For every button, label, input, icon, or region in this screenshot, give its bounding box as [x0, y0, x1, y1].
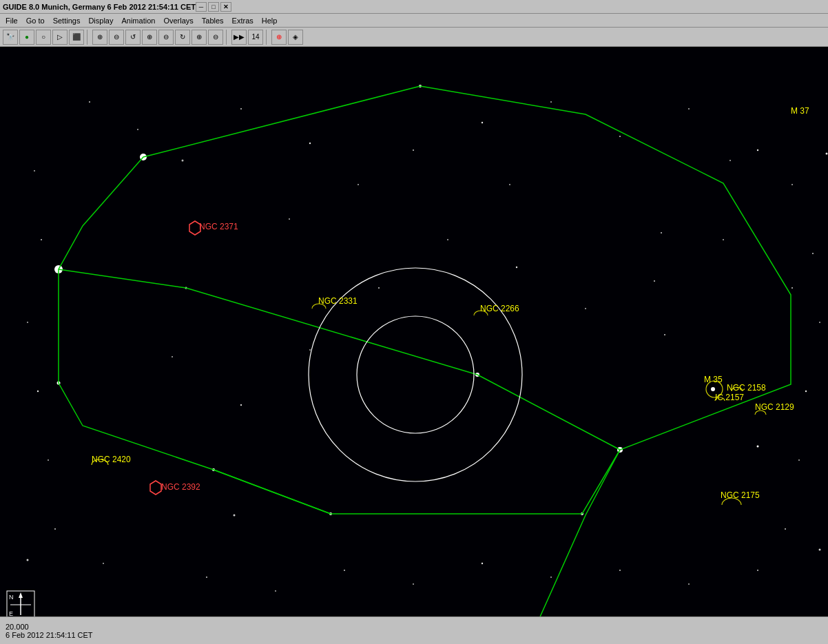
svg-point-12 [711, 387, 715, 391]
menu-overlays[interactable]: Overlays [159, 16, 197, 25]
svg-point-26 [812, 253, 814, 254]
svg-point-63 [182, 160, 184, 162]
toolbar-btn-2[interactable]: ● [19, 30, 34, 45]
svg-point-21 [550, 101, 552, 103]
ngc2371-label: NGC 2371 [199, 222, 238, 231]
svg-point-53 [585, 308, 586, 309]
svg-point-58 [289, 218, 290, 220]
ngc2175-label: NGC 2175 [721, 490, 760, 500]
toolbar-btn-11[interactable]: ↻ [175, 30, 190, 45]
toolbar-btn-7[interactable]: ⊖ [109, 30, 124, 45]
svg-rect-0 [0, 47, 828, 616]
svg-point-29 [798, 459, 800, 461]
svg-point-32 [41, 239, 42, 240]
toolbar-btn-5[interactable]: ⬛ [69, 30, 84, 45]
zoom-level: 20.000 [6, 623, 822, 631]
svg-point-41 [413, 583, 414, 585]
minimize-button[interactable]: ─ [196, 2, 207, 12]
svg-point-52 [516, 267, 517, 268]
toolbar-btn-3[interactable]: ○ [36, 30, 51, 45]
toolbar: 🔭 ● ○ ▷ ⬛ ⊕ ⊖ ↺ ⊕ ⊖ ↻ ⊕ ⊖ ▶▶ 14 ⊕ ◈ [0, 28, 828, 47]
menu-help[interactable]: Help [258, 16, 282, 25]
svg-point-13 [757, 446, 759, 448]
svg-point-23 [688, 108, 690, 110]
toolbar-btn-6[interactable]: ⊕ [92, 30, 107, 45]
svg-point-49 [309, 349, 311, 351]
svg-point-39 [275, 590, 276, 592]
status-bar: 20.000 6 Feb 2012 21:54:11 CET [0, 616, 828, 644]
sky-canvas[interactable]: M 37 NGC 2371 NGC 2331 NGC 2266 M 35 NGC… [0, 47, 828, 616]
toolbar-sep-3 [266, 30, 269, 45]
svg-point-45 [688, 583, 690, 585]
title-bar-controls: ─ □ ✕ [196, 2, 231, 12]
svg-point-60 [826, 153, 828, 155]
svg-point-27 [819, 322, 820, 323]
m37-label: M 37 [791, 106, 809, 116]
toolbar-btn-8[interactable]: ↺ [125, 30, 141, 45]
svg-text:N: N [9, 594, 14, 601]
menu-display[interactable]: Display [84, 16, 117, 25]
menu-goto[interactable]: Go to [22, 16, 49, 25]
menu-extras[interactable]: Extras [228, 16, 258, 25]
svg-point-22 [619, 136, 621, 137]
ngc2129-label: NGC 2129 [755, 402, 794, 412]
toolbar-btn-1[interactable]: 🔭 [3, 30, 18, 45]
toolbar-btn-9[interactable]: ⊕ [142, 30, 157, 45]
svg-point-48 [240, 404, 242, 406]
menu-animation[interactable]: Animation [117, 16, 159, 25]
svg-point-59 [661, 232, 662, 233]
svg-point-14 [89, 101, 90, 103]
svg-point-37 [103, 563, 104, 564]
title-bar: GUIDE 8.0 Munich, Germany 6 Feb 2012 21:… [0, 0, 828, 14]
svg-point-40 [344, 570, 345, 571]
svg-point-25 [791, 184, 793, 185]
menu-bar: File Go to Settings Display Animation Ov… [0, 14, 828, 28]
toolbar-btn-15[interactable]: 14 [248, 30, 263, 45]
svg-point-34 [37, 391, 39, 392]
m35-label: M 35 [704, 375, 723, 384]
svg-point-47 [172, 356, 173, 357]
svg-point-56 [791, 287, 793, 289]
svg-point-30 [785, 528, 786, 530]
toolbar-btn-14[interactable]: ▶▶ [231, 30, 247, 45]
svg-point-44 [619, 570, 621, 571]
svg-point-33 [27, 322, 28, 323]
svg-point-54 [654, 280, 655, 282]
svg-point-17 [309, 143, 311, 144]
svg-point-16 [240, 108, 242, 110]
svg-point-38 [206, 577, 207, 578]
maximize-button[interactable]: □ [208, 2, 219, 12]
menu-tables[interactable]: Tables [198, 16, 228, 25]
svg-point-50 [378, 287, 380, 289]
svg-point-35 [48, 459, 49, 461]
toolbar-btn-10[interactable]: ⊖ [158, 30, 174, 45]
svg-point-55 [723, 239, 724, 240]
svg-point-24 [757, 149, 758, 151]
svg-point-19 [413, 149, 414, 151]
svg-point-57 [234, 515, 236, 517]
menu-settings[interactable]: Settings [49, 16, 85, 25]
close-button[interactable]: ✕ [220, 2, 231, 12]
sky-svg: M 37 NGC 2371 NGC 2331 NGC 2266 M 35 NGC… [0, 47, 828, 616]
svg-point-61 [27, 559, 29, 561]
ngc2158-label: NGC 2158 [727, 383, 766, 393]
ngc2266-label: NGC 2266 [480, 304, 519, 313]
svg-point-66 [509, 184, 510, 185]
toolbar-btn-16[interactable]: ⊕ [271, 30, 287, 45]
toolbar-sep-2 [226, 30, 229, 45]
svg-point-43 [550, 577, 552, 578]
svg-point-64 [729, 160, 731, 161]
svg-point-31 [34, 170, 35, 172]
svg-point-51 [447, 239, 448, 240]
menu-file[interactable]: File [1, 16, 22, 25]
toolbar-btn-4[interactable]: ▷ [52, 30, 68, 45]
toolbar-btn-12[interactable]: ⊕ [192, 30, 207, 45]
svg-point-65 [664, 334, 665, 335]
svg-point-46 [757, 570, 758, 571]
toolbar-btn-13[interactable]: ⊖ [208, 30, 223, 45]
svg-point-67 [819, 549, 821, 551]
svg-text:E: E [9, 610, 13, 616]
title-text: GUIDE 8.0 Munich, Germany 6 Feb 2012 21:… [3, 3, 196, 11]
toolbar-btn-17[interactable]: ◈ [288, 30, 303, 45]
toolbar-sep-1 [87, 30, 90, 45]
